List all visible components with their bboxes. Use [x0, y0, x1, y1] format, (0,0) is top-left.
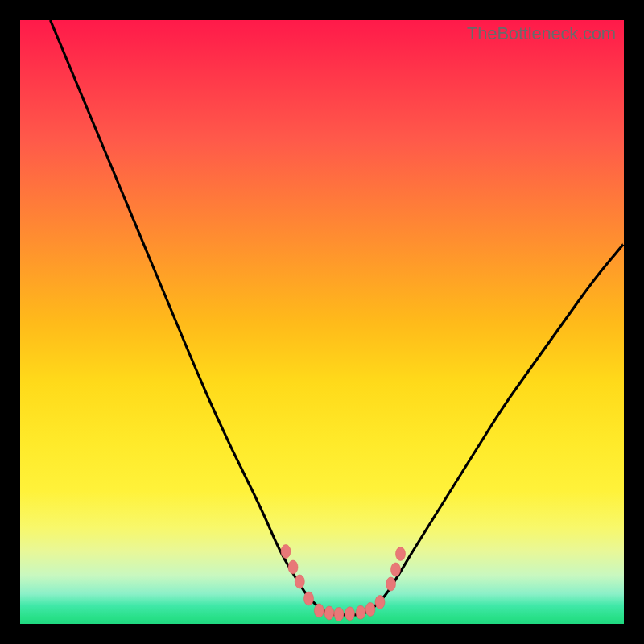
bottleneck-curve — [51, 20, 625, 615]
marker-right-knee — [375, 596, 385, 609]
marker-right-shoulder-top — [396, 547, 406, 561]
marker-right-shoulder-mid — [391, 563, 401, 576]
marker-left-shoulder-bot — [295, 575, 304, 588]
marker-floor-3 — [334, 608, 344, 621]
plot-area: TheBottleneck.com — [20, 20, 624, 624]
marker-left-knee — [304, 592, 314, 605]
marker-left-shoulder-mid — [288, 560, 298, 574]
marker-floor-4 — [345, 607, 355, 621]
marker-left-shoulder-top — [281, 545, 291, 559]
chart-frame: TheBottleneck.com — [0, 0, 644, 644]
marker-floor-2 — [324, 606, 334, 620]
marker-floor-1 — [314, 604, 324, 617]
curve-layer — [20, 20, 624, 624]
marker-floor-5 — [356, 605, 365, 619]
marker-right-shoulder-bot — [386, 577, 396, 591]
marker-floor-6 — [365, 603, 375, 617]
